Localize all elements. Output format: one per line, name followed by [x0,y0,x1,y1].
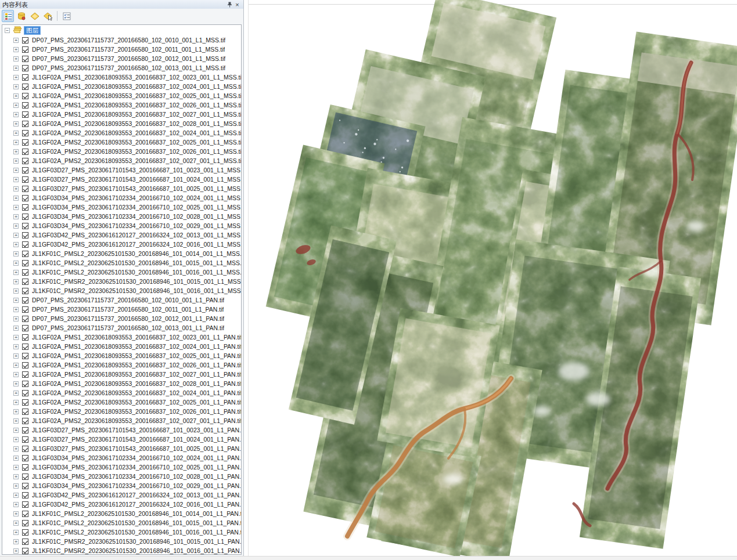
expand-icon[interactable]: + [13,121,19,127]
layer-visibility-checkbox[interactable] [22,520,28,526]
layer-name[interactable]: JL1GF03D42_PMS_20230616120127_200166324_… [32,501,241,508]
expand-icon[interactable]: + [13,131,19,136]
layer-name[interactable]: DP07_PMS_20230617115737_200166580_102_00… [32,306,224,313]
layer-name[interactable]: JL1GF02A_PMS1_20230618093553_200166837_1… [32,380,241,387]
expand-icon[interactable]: + [13,316,19,321]
layer-name[interactable]: JL1GF02A_PMS1_20230618093553_200166837_1… [32,352,241,359]
layer-visibility-checkbox[interactable] [22,176,28,183]
layer-name[interactable]: JL1GF02A_PMS1_20230618093553_200166837_1… [32,371,241,378]
layer-visibility-checkbox[interactable] [22,446,28,452]
layer-visibility-checkbox[interactable] [22,344,28,350]
layer-visibility-checkbox[interactable] [22,167,28,174]
layer-row[interactable]: +JL1GF03D34_PMS_20230617102334_200166710… [2,453,241,463]
layer-visibility-checkbox[interactable] [22,121,28,127]
layer-name[interactable]: JL1KF01C_PMSL2_20230625101530_200168946_… [32,510,241,517]
layer-visibility-checkbox[interactable] [22,316,28,322]
layer-row[interactable]: +JL1GF03D34_PMS_20230617102334_200166710… [2,203,241,212]
expand-icon[interactable]: + [13,493,19,498]
layer-visibility-checkbox[interactable] [22,539,28,545]
layer-row[interactable]: +JL1KF01C_PMSR2_20230625101530_200168946… [2,546,241,555]
expand-icon[interactable]: + [13,437,19,442]
layer-visibility-checkbox[interactable] [22,74,28,81]
expand-icon[interactable]: + [13,223,19,229]
layer-visibility-checkbox[interactable] [22,464,28,471]
layer-visibility-checkbox[interactable] [22,483,28,489]
layer-row[interactable]: +DP07_PMS_20230617115737_200166580_102_0… [2,323,241,333]
layer-name[interactable]: JL1GF03D42_PMS_20230616120127_200166324_… [32,492,241,498]
layer-visibility-checkbox[interactable] [22,130,28,136]
layer-visibility-checkbox[interactable] [22,455,28,461]
layer-row[interactable]: +JL1GF02A_PMS1_20230618093553_200166837_… [2,360,241,370]
layer-visibility-checkbox[interactable] [22,474,28,480]
map-canvas[interactable] [249,0,737,556]
layer-name[interactable]: JL1GF02A_PMS1_20230618093553_200166837_1… [32,102,241,109]
layer-visibility-checkbox[interactable] [22,260,28,266]
layer-name[interactable]: JL1KF01C_PMSR2_20230625101530_200168946_… [32,287,241,294]
layer-visibility-checkbox[interactable] [22,46,28,53]
layer-name[interactable]: JL1GF02A_PMS1_20230618093553_200166837_1… [32,83,241,90]
layer-row[interactable]: +JL1GF03D34_PMS_20230617102334_200166710… [2,193,241,203]
layer-visibility-checkbox[interactable] [22,214,28,220]
list-by-selection-icon[interactable] [42,10,54,22]
layer-visibility-checkbox[interactable] [22,241,28,248]
layer-name[interactable]: JL1GF03D27_PMS_20230617101543_200166687_… [32,445,241,452]
layer-visibility-checkbox[interactable] [22,381,28,387]
expand-icon[interactable]: + [13,372,19,377]
layer-visibility-checkbox[interactable] [22,390,28,396]
layer-name[interactable]: JL1GF03D34_PMS_20230617102334_200166710_… [32,222,241,229]
layer-visibility-checkbox[interactable] [22,334,28,341]
layer-name[interactable]: JL1GF03D34_PMS_20230617102334_200166710_… [32,473,241,480]
layer-row[interactable]: +JL1GF02A_PMS1_20230618093553_200166837_… [2,351,241,360]
layer-row[interactable]: +JL1GF02A_PMS2_20230618093553_200166837_… [2,156,241,165]
layer-row[interactable]: +JL1GF02A_PMS1_20230618093553_200166837_… [2,333,241,342]
layer-visibility-checkbox[interactable] [22,418,28,424]
layer-name[interactable]: JL1GF02A_PMS1_20230618093553_200166837_1… [32,74,241,81]
list-by-drawing-order-icon[interactable] [2,10,14,22]
layer-row[interactable]: +DP07_PMS_20230617115737_200166580_102_0… [2,305,241,314]
expand-icon[interactable]: + [13,400,19,405]
layer-row[interactable]: +JL1KF01C_PMSL2_20230625101530_200168946… [2,258,241,268]
layer-row[interactable]: +JL1GF03D27_PMS_20230617101543_200166687… [2,435,241,444]
layer-name[interactable]: DP07_PMS_20230617115737_200166580_102_00… [32,297,224,304]
layer-row[interactable]: +JL1GF03D27_PMS_20230617101543_200166687… [2,425,241,435]
layer-row[interactable]: +JL1GF03D34_PMS_20230617102334_200166710… [2,221,241,230]
layer-row[interactable]: +JL1GF02A_PMS1_20230618093553_200166837_… [2,100,241,110]
layer-visibility-checkbox[interactable] [22,204,28,211]
layer-row[interactable]: +DP07_PMS_20230617115737_200166580_102_0… [2,314,241,323]
layer-name[interactable]: JL1GF03D27_PMS_20230617101543_200166687_… [32,167,241,174]
layer-visibility-checkbox[interactable] [22,371,28,378]
layer-visibility-checkbox[interactable] [22,269,28,276]
expand-icon[interactable]: + [13,344,19,349]
layer-name[interactable]: DP07_PMS_20230617115737_200166580_102_00… [32,37,225,44]
layer-name[interactable]: JL1GF03D27_PMS_20230617101543_200166687_… [32,185,241,192]
layer-visibility-checkbox[interactable] [22,436,28,443]
layer-name[interactable]: JL1GF02A_PMS2_20230618093553_200166837_1… [32,389,241,396]
expand-icon[interactable]: + [13,483,19,489]
layer-name[interactable]: JL1GF02A_PMS1_20230618093553_200166837_1… [32,111,241,118]
layer-name[interactable]: JL1GF02A_PMS2_20230618093553_200166837_1… [32,139,241,146]
layer-name[interactable]: JL1GF02A_PMS2_20230618093553_200166837_1… [32,399,241,406]
layer-row[interactable]: +JL1GF03D42_PMS_20230616120127_200166324… [2,240,241,249]
expand-icon[interactable]: + [13,353,19,359]
expand-icon[interactable]: + [13,465,19,470]
layer-name[interactable]: JL1KF01C_PMSL2_20230625101530_200168946_… [32,259,241,266]
expand-icon[interactable]: + [13,409,19,414]
layer-name[interactable]: JL1GF03D42_PMS_20230616120127_200166324_… [32,232,241,239]
layer-visibility-checkbox[interactable] [22,37,28,44]
layer-row[interactable]: +JL1KF01C_PMSL2_20230625101530_200168946… [2,528,241,537]
layer-name[interactable]: JL1GF02A_PMS1_20230618093553_200166837_1… [32,334,241,341]
collapse-icon[interactable]: − [5,28,10,33]
expand-icon[interactable]: + [13,251,19,256]
panel-splitter[interactable] [245,0,249,560]
layer-name[interactable]: DP07_PMS_20230617115737_200166580_102_00… [32,64,225,71]
layer-visibility-checkbox[interactable] [22,297,28,304]
layer-row[interactable]: +JL1GF02A_PMS1_20230618093553_200166837_… [2,370,241,379]
layer-name[interactable]: JL1GF02A_PMS1_20230618093553_200166837_1… [32,92,241,99]
layer-row[interactable]: +JL1GF03D34_PMS_20230617102334_200166710… [2,212,241,221]
layer-row[interactable]: +DP07_PMS_20230617115737_200166580_102_0… [2,35,241,45]
layer-row[interactable]: +JL1KF01C_PMSR2_20230625101530_200168946… [2,537,241,546]
layer-name[interactable]: JL1GF02A_PMS2_20230618093553_200166837_1… [32,408,241,415]
expand-icon[interactable]: + [13,474,19,479]
expand-icon[interactable]: + [13,391,19,396]
layer-row[interactable]: +JL1GF03D42_PMS_20230616120127_200166324… [2,490,241,500]
